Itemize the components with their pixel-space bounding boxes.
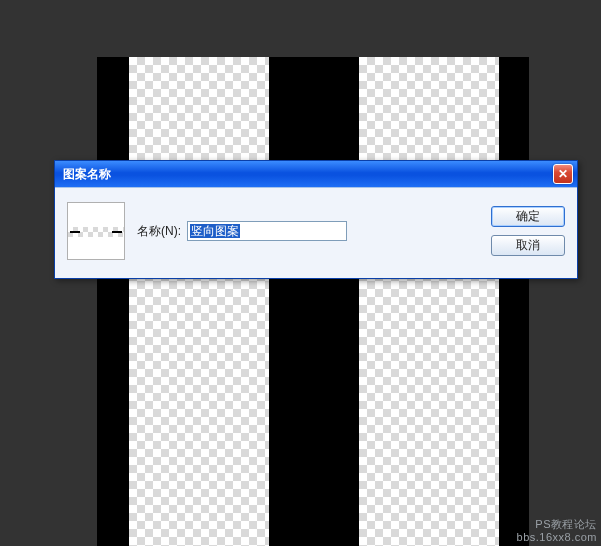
dialog-buttons: 确定 取消: [491, 206, 565, 256]
dialog-body: 名称(N): 竖向图案 确定 取消: [55, 187, 577, 278]
canvas-stripe: [269, 57, 359, 546]
dialog-title: 图案名称: [63, 166, 553, 183]
name-input-wrap: 竖向图案: [187, 221, 479, 241]
watermark: PS教程论坛 bbs.16xx8.com: [517, 518, 597, 544]
document-canvas: [97, 57, 529, 546]
preview-pattern-icon: [70, 231, 122, 233]
ok-button[interactable]: 确定: [491, 206, 565, 227]
close-button[interactable]: ✕: [553, 164, 573, 184]
close-icon: ✕: [558, 167, 568, 181]
name-field-row: 名称(N): 竖向图案: [137, 221, 479, 241]
dialog-titlebar[interactable]: 图案名称 ✕: [55, 161, 577, 187]
canvas-stripe: [359, 57, 499, 546]
name-label: 名称(N):: [137, 223, 181, 240]
cancel-button[interactable]: 取消: [491, 235, 565, 256]
watermark-line2: bbs.16xx8.com: [517, 531, 597, 544]
canvas-stripe: [97, 57, 129, 546]
canvas-stripe: [129, 57, 269, 546]
watermark-line1: PS教程论坛: [517, 518, 597, 531]
pattern-name-dialog: 图案名称 ✕ 名称(N): 竖向图案 确定 取消: [54, 160, 578, 279]
canvas-stripe: [499, 57, 529, 546]
pattern-preview: [67, 202, 125, 260]
pattern-name-input[interactable]: [187, 221, 347, 241]
